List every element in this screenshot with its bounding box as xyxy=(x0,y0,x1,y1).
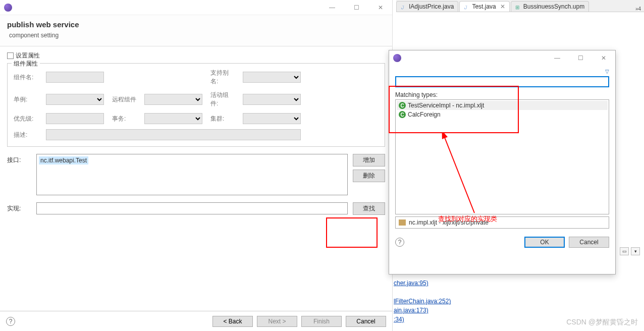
help-icon[interactable]: ? xyxy=(6,317,15,326)
mini-toolbar: ▭ ▾ xyxy=(620,247,640,255)
result-item[interactable]: CTestServiceImpl - nc.impl.xljt xyxy=(397,101,608,110)
tab-test[interactable]: Test.java✕ xyxy=(459,1,509,12)
add-interface-button[interactable]: 增加 xyxy=(353,154,385,167)
set-attrs-label: 设置属性 xyxy=(16,51,40,60)
publish-wizard-dialog: — ☐ ✕ publish web service component sett… xyxy=(0,0,393,331)
active-select[interactable] xyxy=(243,94,301,105)
class-icon: C xyxy=(399,102,406,109)
maximize-button[interactable]: ☐ xyxy=(573,54,588,62)
upm-file-icon xyxy=(515,4,521,10)
editor-tabstrip: IAdjustPrice.java Test.java✕ BussinuessS… xyxy=(396,0,644,12)
ok-button[interactable]: OK xyxy=(524,237,565,248)
close-icon[interactable]: ✕ xyxy=(500,3,505,10)
transaction-select[interactable] xyxy=(144,113,202,124)
tab-iadjustprice[interactable]: IAdjustPrice.java xyxy=(396,1,458,12)
type-search-input[interactable] xyxy=(395,76,609,87)
cluster-select[interactable] xyxy=(243,113,301,124)
interface-item[interactable]: nc.itf.webapi.Test xyxy=(39,156,88,164)
find-impl-button[interactable]: 查找 xyxy=(353,202,385,215)
eclipse-icon xyxy=(393,54,401,62)
type-selection-dialog: — ☐ ✕ ▽ Matching types: CTestServiceImpl… xyxy=(389,50,616,274)
alias-select[interactable] xyxy=(243,72,301,83)
finish-button[interactable]: Finish xyxy=(301,316,342,327)
minimize-button[interactable]: — xyxy=(325,4,340,11)
interface-listbox[interactable]: nc.itf.webapi.Test xyxy=(36,154,348,195)
wizard-footer: ? < Back Next > Finish Cancel xyxy=(0,311,392,331)
component-attrs-group: 组件属性 组件名: 支持别名: 单例: 远程组件 活动组件: 优先级: 事务: … xyxy=(7,63,385,147)
wizard-titlebar: — ☐ ✕ xyxy=(0,0,392,15)
class-icon: C xyxy=(399,111,406,118)
help-icon[interactable]: ? xyxy=(395,238,404,247)
component-name-input[interactable] xyxy=(46,72,104,83)
wizard-title: publish web service xyxy=(7,20,385,29)
tab-bussinuesssynch[interactable]: BussinuessSynch.upm xyxy=(511,1,589,12)
view-menu-icon[interactable]: ▽ xyxy=(605,69,609,74)
set-attrs-checkbox[interactable] xyxy=(7,52,14,59)
watermark: CSDN @梦醒黄昏之时 xyxy=(566,318,638,327)
close-button[interactable]: ✕ xyxy=(596,54,611,62)
toolbar-dropdown[interactable]: ▾ xyxy=(631,247,640,255)
group-legend: 组件属性 xyxy=(12,60,40,68)
back-button[interactable]: < Back xyxy=(212,316,253,327)
close-button[interactable]: ✕ xyxy=(373,4,388,11)
remote-select[interactable] xyxy=(144,94,202,105)
package-status: nc.impl.xljt - xljt/xljt/src/private xyxy=(395,216,609,229)
results-list[interactable]: CTestServiceImpl - nc.impl.xljt CCalcFor… xyxy=(395,99,609,214)
cancel-button[interactable]: Cancel xyxy=(569,237,609,248)
description-input[interactable] xyxy=(46,129,301,140)
impl-label: 实现: xyxy=(7,202,31,215)
result-item[interactable]: CCalcForeign xyxy=(397,110,608,119)
interface-label: 接口: xyxy=(7,154,31,195)
java-file-icon xyxy=(401,4,407,10)
maximize-button[interactable]: ☐ xyxy=(349,4,364,11)
toolbar-btn[interactable]: ▭ xyxy=(620,247,629,255)
remove-interface-button[interactable]: 删除 xyxy=(353,170,385,182)
matching-types-label: Matching types: xyxy=(395,91,609,98)
background-code: cher.java:95) lFilterChain.java:252) ain… xyxy=(394,279,451,324)
annotation-text: 查找到对应的实现类 xyxy=(438,214,497,224)
minimize-button[interactable]: — xyxy=(550,54,565,62)
more-tabs-indicator[interactable]: »4 xyxy=(635,6,641,12)
package-icon xyxy=(399,219,406,226)
wizard-subtitle: component setting xyxy=(9,32,385,39)
impl-input[interactable] xyxy=(36,202,348,214)
priority-input[interactable] xyxy=(46,113,104,124)
java-file-icon xyxy=(464,4,470,10)
wizard-header: publish web service component setting xyxy=(0,15,392,46)
cancel-button[interactable]: Cancel xyxy=(346,316,386,327)
eclipse-icon xyxy=(4,4,12,12)
next-button[interactable]: Next > xyxy=(257,316,297,327)
singleton-select[interactable] xyxy=(46,94,104,105)
